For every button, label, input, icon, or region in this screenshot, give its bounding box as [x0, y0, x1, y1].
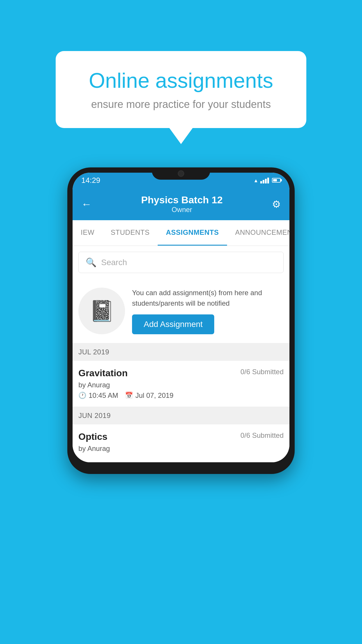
assignment-gravitation[interactable]: Gravitation 0/6 Submitted by Anurag 🕐 10… — [73, 361, 289, 407]
meta-time: 🕐 10:45 AM — [78, 391, 118, 400]
header-center: Physics Batch 12 Owner — [141, 194, 223, 214]
speech-bubble-tail — [169, 128, 193, 144]
phone-outer: 14:29 ▴ — [67, 167, 295, 474]
phone-container: 14:29 ▴ — [67, 167, 295, 474]
assignment-submitted-optics: 0/6 Submitted — [240, 431, 284, 440]
settings-icon[interactable]: ⚙ — [272, 198, 281, 210]
assignment-optics-top-row: Optics 0/6 Submitted — [78, 431, 284, 442]
section-jun-2019: JUN 2019 — [73, 407, 289, 424]
signal-icon — [260, 177, 269, 183]
back-button[interactable]: ← — [81, 198, 92, 210]
status-time: 14:29 — [81, 176, 100, 185]
phone-notch — [152, 167, 210, 180]
camera — [178, 170, 184, 177]
section-jul-2019: JUL 2019 — [73, 343, 289, 361]
search-placeholder: Search — [101, 258, 127, 267]
clock-icon: 🕐 — [78, 392, 86, 399]
tab-iew[interactable]: IEW — [73, 220, 103, 246]
status-icons: ▴ — [254, 177, 281, 184]
promo-description: You can add assignment(s) from here and … — [132, 288, 284, 309]
assignment-meta-gravitation: 🕐 10:45 AM 📅 Jul 07, 2019 — [78, 391, 284, 400]
screen-content: 🔍 Search 📓 You can add assignment(s) fro… — [73, 246, 289, 462]
assignment-top-row: Gravitation 0/6 Submitted — [78, 368, 284, 379]
assignment-name-gravitation: Gravitation — [78, 368, 128, 379]
tab-assignments[interactable]: ASSIGNMENTS — [158, 220, 227, 246]
tabs-bar: IEW STUDENTS ASSIGNMENTS ANNOUNCEMENTS — [73, 220, 289, 246]
speech-bubble-subtitle: ensure more practice for your students — [76, 98, 286, 111]
calendar-icon: 📅 — [125, 392, 133, 399]
add-assignment-promo: 📓 You can add assignment(s) from here an… — [73, 279, 289, 343]
assignment-time: 10:45 AM — [89, 391, 118, 400]
speech-bubble: Online assignments ensure more practice … — [56, 51, 306, 128]
assignment-name-optics: Optics — [78, 431, 108, 442]
notebook-icon: 📓 — [89, 299, 115, 323]
battery-icon — [272, 178, 281, 183]
search-icon: 🔍 — [86, 257, 96, 267]
batch-title: Physics Batch 12 — [141, 194, 223, 206]
meta-date: 📅 Jul 07, 2019 — [125, 391, 173, 400]
assignment-author-optics: by Anurag — [78, 444, 284, 453]
speech-bubble-container: Online assignments ensure more practice … — [56, 51, 306, 144]
assignment-optics[interactable]: Optics 0/6 Submitted by Anurag — [73, 424, 289, 462]
app-header: ← Physics Batch 12 Owner ⚙ — [73, 188, 289, 220]
tab-students[interactable]: STUDENTS — [103, 220, 158, 246]
wifi-icon: ▴ — [254, 177, 257, 184]
phone-screen: 14:29 ▴ — [73, 173, 289, 462]
assignment-submitted-gravitation: 0/6 Submitted — [240, 368, 284, 376]
tab-announcements[interactable]: ANNOUNCEMENTS — [227, 220, 289, 246]
speech-bubble-title: Online assignments — [76, 69, 286, 92]
batch-owner: Owner — [141, 206, 223, 214]
assignment-author-gravitation: by Anurag — [78, 381, 284, 389]
search-bar[interactable]: 🔍 Search — [78, 252, 284, 273]
add-assignment-button[interactable]: Add Assignment — [132, 314, 214, 334]
assignment-icon-circle: 📓 — [78, 288, 125, 334]
promo-text-area: You can add assignment(s) from here and … — [132, 288, 284, 334]
assignment-date: Jul 07, 2019 — [135, 391, 173, 400]
